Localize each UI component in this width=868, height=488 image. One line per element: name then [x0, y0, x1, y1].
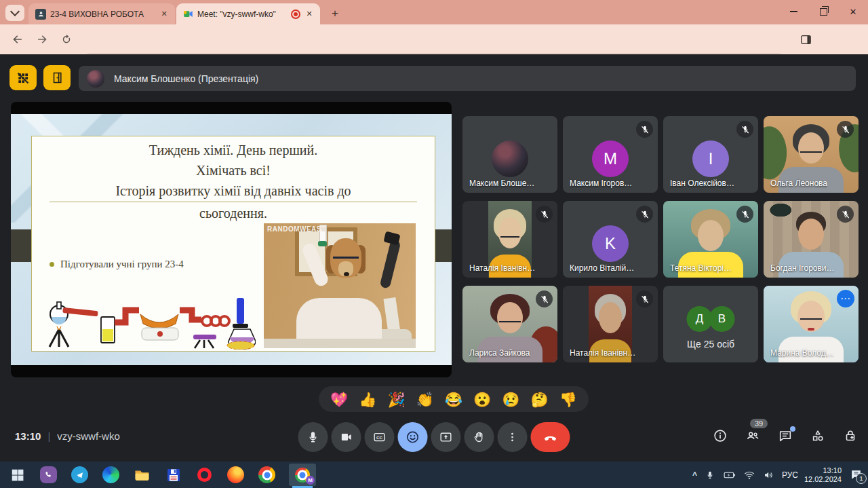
participant-name: Тетяна Вікторі…	[670, 263, 732, 273]
participant-tile[interactable]: K Кирило Віталій…	[563, 201, 658, 278]
start-button[interactable]	[8, 466, 26, 484]
participant-tile-self[interactable]: ⋯ Марина Волод…	[764, 286, 859, 362]
presenter-banner: Максим Блошенко (Презентація)	[79, 66, 856, 91]
tray-wifi-icon[interactable]	[743, 468, 756, 482]
taskbar-app-icons: M	[8, 464, 316, 486]
participant-tile[interactable]: Максим Блоше…	[462, 116, 557, 193]
tray-clock[interactable]: 13:10 12.02.2024	[804, 466, 842, 484]
reactions-bar: 💖 👍 🎉 👏 😂 😮 😢 🤔 👎	[319, 386, 589, 412]
reaction-surprise-button[interactable]: 😮	[473, 392, 491, 407]
slide-bullet-text: Підготували учні групи 23-4	[60, 259, 184, 270]
raise-hand-button[interactable]	[465, 422, 494, 452]
more-vertical-icon	[507, 431, 519, 443]
tab-close-icon[interactable]: ✕	[159, 9, 170, 20]
dog-scientist-photo: RANDOMWEAS	[264, 223, 416, 348]
window-minimize-button[interactable]	[778, 0, 808, 23]
grid-slash-icon	[16, 71, 30, 85]
chat-panel-button[interactable]	[777, 428, 793, 444]
captions-button[interactable]: CC	[365, 422, 395, 452]
overflow-letter-avatar: В	[709, 306, 735, 332]
tab-close-icon[interactable]: ✕	[304, 9, 315, 20]
side-panel-button[interactable]	[797, 31, 814, 48]
overflow-count-label: Ще 25 осіб	[663, 339, 758, 350]
reaction-laugh-button[interactable]: 😂	[445, 392, 462, 407]
tab-search-button[interactable]	[5, 5, 24, 21]
browser-tab-meet[interactable]: Meet: "vzy-swwf-wko" ✕	[176, 3, 320, 24]
viber-icon	[40, 466, 57, 483]
chrome-app-button[interactable]	[258, 466, 276, 484]
tray-battery-icon[interactable]	[723, 468, 736, 482]
presentation-stage[interactable]: Тиждень хімії. День перший. Хімічать всі…	[11, 102, 452, 377]
active-meet-window-button[interactable]: M	[289, 464, 316, 486]
telegram-icon	[71, 466, 88, 483]
meet-favicon-icon	[183, 9, 193, 19]
notification-count-badge: 1	[856, 473, 867, 484]
browser-tab-classroom[interactable]: 23-4 ВИХОВНА РОБОТА ✕	[28, 3, 175, 24]
microphone-icon	[307, 430, 320, 444]
overflow-avatars: Д В	[687, 306, 735, 332]
telegram-app-button[interactable]	[71, 466, 89, 484]
camera-button[interactable]	[332, 422, 361, 452]
reaction-heart-button[interactable]: 💖	[330, 392, 348, 407]
forward-button[interactable]	[34, 31, 50, 48]
slide-title-line: Хімічать всі!	[32, 160, 435, 181]
participant-name: Ольга Леонова	[770, 179, 827, 188]
floppy-app-button[interactable]	[164, 466, 182, 484]
participant-tile[interactable]: Богдан Ігорови…	[764, 201, 859, 278]
participant-tile[interactable]: I Іван Олексійов…	[663, 116, 758, 193]
tray-time: 13:10	[804, 466, 842, 475]
new-tab-button[interactable]: +	[327, 5, 343, 22]
end-call-icon	[543, 430, 558, 445]
meeting-panels: 39	[712, 428, 859, 444]
extension-grid-view-button[interactable]	[9, 65, 37, 90]
extension-door-button[interactable]	[43, 65, 71, 90]
reaction-thinking-button[interactable]: 🤔	[530, 392, 548, 407]
reaction-thumbs-down-button[interactable]: 👎	[559, 392, 577, 407]
participant-tile[interactable]: Лариса Зайкова	[462, 286, 557, 362]
present-screen-button[interactable]	[431, 422, 461, 452]
activities-button[interactable]	[810, 428, 826, 444]
reaction-cry-button[interactable]: 😢	[502, 392, 519, 407]
tray-volume-icon[interactable]	[762, 468, 776, 482]
participant-tile[interactable]: Наталія Іванівн…	[462, 201, 557, 278]
participant-tile[interactable]: Тетяна Вікторі…	[663, 201, 758, 278]
meeting-details-button[interactable]	[712, 428, 728, 444]
participant-tile[interactable]: Ольга Леонова	[764, 116, 859, 193]
end-call-button[interactable]	[531, 422, 570, 452]
slide-title-line: Тиждень хімії. День перший.	[32, 140, 435, 160]
viber-app-button[interactable]	[39, 466, 58, 484]
tile-more-options-button[interactable]: ⋯	[837, 290, 854, 307]
edge-app-button[interactable]	[102, 466, 120, 484]
microscope-column	[383, 297, 400, 334]
notification-center-button[interactable]: 1	[848, 467, 864, 483]
tray-expand-button[interactable]: ^	[692, 470, 697, 480]
reaction-clap-button[interactable]: 👏	[416, 392, 434, 407]
participant-name: Богдан Ігорови…	[770, 263, 835, 273]
window-restore-button[interactable]	[808, 0, 838, 23]
opera-app-button[interactable]	[195, 466, 214, 484]
firefox-app-button[interactable]	[226, 466, 245, 484]
mic-off-icon	[536, 206, 553, 223]
reaction-thumbs-up-button[interactable]: 👍	[359, 392, 376, 407]
system-tray: ^ РУС 13:10 12.02.2024 1	[692, 462, 864, 488]
reactions-button[interactable]	[398, 422, 428, 452]
back-button[interactable]	[9, 31, 26, 48]
more-options-button[interactable]	[498, 422, 528, 452]
meeting-code: vzy-swwf-wko	[57, 430, 120, 442]
presenter-avatar	[87, 70, 104, 88]
participant-tile[interactable]: M Максим Ігоров…	[563, 116, 658, 193]
slide-title-line: Історія розвитку хімії від давніх часів …	[32, 181, 435, 201]
host-controls-button[interactable]	[842, 428, 859, 444]
participant-tile[interactable]: Наталія Іванівн…	[563, 286, 658, 362]
tray-language-indicator[interactable]: РУС	[782, 470, 798, 480]
overflow-participants-tile[interactable]: Д В Ще 25 осіб	[663, 286, 758, 362]
reaction-party-button[interactable]: 🎉	[387, 392, 405, 407]
people-panel-button[interactable]: 39	[745, 428, 761, 444]
chemistry-apparatus-illustration	[39, 287, 256, 350]
microphone-button[interactable]	[298, 422, 328, 452]
file-explorer-button[interactable]	[133, 466, 151, 484]
tray-microphone-icon[interactable]	[703, 468, 717, 482]
tray-date: 12.02.2024	[804, 475, 842, 484]
window-close-button[interactable]: ✕	[838, 0, 868, 23]
reload-button[interactable]	[58, 31, 75, 48]
